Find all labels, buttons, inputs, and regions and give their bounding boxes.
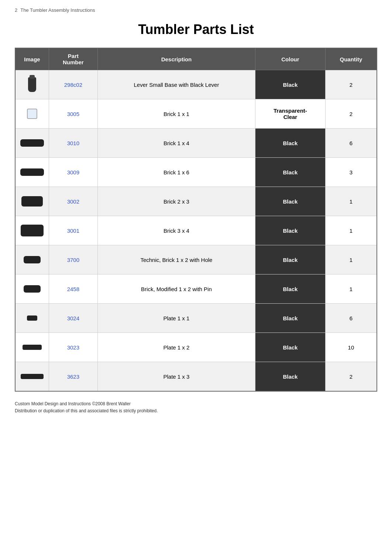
part-number-link[interactable]: 3005: [67, 111, 79, 117]
part-number-link[interactable]: 298c02: [64, 82, 82, 88]
part-image-cell: [15, 245, 49, 274]
table-header-row: Image PartNumber Description Colour Quan…: [15, 48, 377, 70]
part-shape: [27, 315, 37, 321]
part-shape: [20, 139, 44, 147]
part-number-link[interactable]: 3623: [67, 373, 79, 380]
part-number-cell[interactable]: 3700: [49, 245, 98, 274]
part-image-cell: [15, 129, 49, 158]
description-cell: Brick 3 x 4: [97, 216, 255, 245]
part-number-link[interactable]: 3010: [67, 140, 79, 146]
table-row: 3023Plate 1 x 2Black10: [15, 333, 377, 362]
brick-image: [19, 192, 45, 211]
footer-line2: Distribution or duplication of this and …: [15, 407, 377, 415]
brick-image: [19, 280, 45, 298]
quantity-cell: 6: [325, 304, 377, 333]
col-image: Image: [15, 48, 49, 70]
part-shape: [20, 168, 44, 176]
colour-cell: Black: [255, 274, 326, 304]
brick-image: [19, 134, 45, 152]
quantity-cell: 1: [325, 187, 377, 216]
quantity-cell: 1: [325, 274, 377, 304]
quantity-cell: 2: [325, 362, 377, 392]
table-row: 3002Brick 2 x 3Black1: [15, 187, 377, 216]
part-number-cell[interactable]: 3010: [49, 129, 98, 158]
description-cell: Brick 2 x 3: [97, 187, 255, 216]
part-number-link[interactable]: 3009: [67, 169, 79, 175]
colour-cell: Black: [255, 245, 326, 274]
part-number-link[interactable]: 3002: [67, 198, 79, 205]
table-row: 3024Plate 1 x 1Black6: [15, 304, 377, 333]
part-image-cell: [15, 304, 49, 333]
description-cell: Technic, Brick 1 x 2 with Hole: [97, 245, 255, 274]
description-cell: Lever Small Base with Black Lever: [97, 70, 255, 99]
part-number-cell[interactable]: 3024: [49, 304, 98, 333]
col-colour: Colour: [255, 48, 326, 70]
parts-table: Image PartNumber Description Colour Quan…: [15, 48, 377, 392]
col-quantity: Quantity: [325, 48, 377, 70]
part-image-cell: [15, 158, 49, 187]
part-number-link[interactable]: 3023: [67, 344, 79, 351]
quantity-cell: 2: [325, 99, 377, 129]
description-cell: Brick 1 x 1: [97, 99, 255, 129]
table-row: 298c02Lever Small Base with Black LeverB…: [15, 70, 377, 99]
description-cell: Plate 1 x 3: [97, 362, 255, 392]
part-image-cell: [15, 70, 49, 99]
part-image-cell: [15, 274, 49, 304]
colour-cell: Black: [255, 216, 326, 245]
brick-image: [19, 367, 45, 386]
brick-image: [19, 250, 45, 269]
col-part-number: PartNumber: [49, 48, 98, 70]
table-row: 3009Brick 1 x 6Black3: [15, 158, 377, 187]
part-shape: [24, 256, 41, 263]
table-row: 3700Technic, Brick 1 x 2 with HoleBlack1: [15, 245, 377, 274]
part-number-link[interactable]: 2458: [67, 286, 79, 292]
description-cell: Plate 1 x 2: [97, 333, 255, 362]
part-shape: [21, 196, 43, 207]
part-number-cell[interactable]: 3009: [49, 158, 98, 187]
colour-cell: Black: [255, 129, 326, 158]
table-row: 2458Brick, Modified 1 x 2 with PinBlack1: [15, 274, 377, 304]
quantity-cell: 3: [325, 158, 377, 187]
description-cell: Brick 1 x 6: [97, 158, 255, 187]
brick-image: [19, 163, 45, 181]
colour-cell: Black: [255, 187, 326, 216]
table-row: 3005Brick 1 x 1Transparent-Clear2: [15, 99, 377, 129]
part-number-link[interactable]: 3700: [67, 257, 79, 263]
part-number-cell[interactable]: 3023: [49, 333, 98, 362]
colour-cell: Transparent-Clear: [255, 99, 326, 129]
colour-cell: Black: [255, 304, 326, 333]
brick-image: [19, 221, 45, 240]
part-image-cell: [15, 362, 49, 392]
part-shape: [28, 77, 36, 92]
quantity-cell: 6: [325, 129, 377, 158]
part-shape: [27, 109, 37, 119]
page-number: 2: [15, 7, 17, 13]
part-shape: [23, 345, 42, 350]
footer: Custom Model Design and Instructions ©20…: [15, 400, 377, 415]
page-header: 2 The Tumbler Assembly Instructions: [15, 7, 377, 13]
part-image-cell: [15, 216, 49, 245]
part-number-cell[interactable]: 2458: [49, 274, 98, 304]
colour-cell: Black: [255, 70, 326, 99]
brick-image: [19, 309, 45, 327]
quantity-cell: 2: [325, 70, 377, 99]
colour-cell: Black: [255, 362, 326, 392]
description-cell: Brick, Modified 1 x 2 with Pin: [97, 274, 255, 304]
part-number-cell[interactable]: 3623: [49, 362, 98, 392]
description-cell: Brick 1 x 4: [97, 129, 255, 158]
main-title: Tumbler Parts List: [15, 22, 377, 37]
brick-image: [19, 338, 45, 357]
brick-image: [19, 75, 45, 94]
part-number-cell[interactable]: 3001: [49, 216, 98, 245]
part-number-link[interactable]: 3001: [67, 228, 79, 234]
description-cell: Plate 1 x 1: [97, 304, 255, 333]
part-number-link[interactable]: 3024: [67, 315, 79, 321]
part-number-cell[interactable]: 3005: [49, 99, 98, 129]
part-image-cell: [15, 187, 49, 216]
table-row: 3623Plate 1 x 3Black2: [15, 362, 377, 392]
part-number-cell[interactable]: 3002: [49, 187, 98, 216]
part-number-cell[interactable]: 298c02: [49, 70, 98, 99]
part-image-cell: [15, 333, 49, 362]
brick-image: [19, 105, 45, 123]
quantity-cell: 1: [325, 245, 377, 274]
